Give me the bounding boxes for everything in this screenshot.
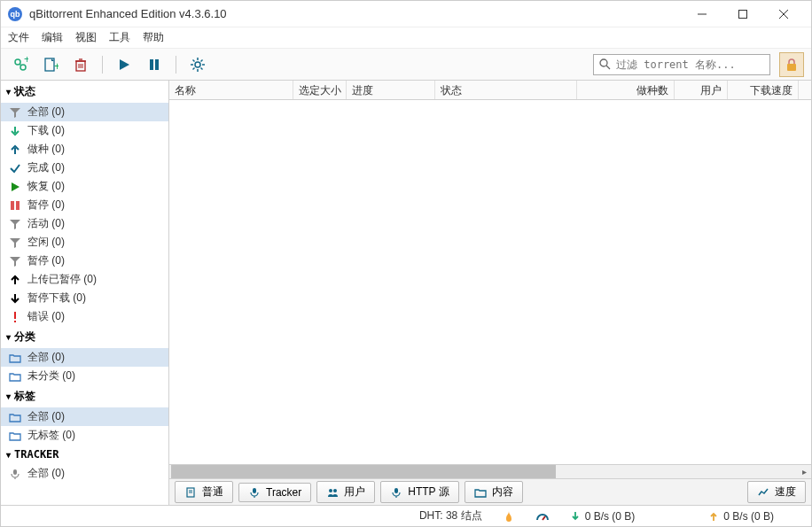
scrollbar-thumb[interactable] xyxy=(171,465,556,478)
svg-rect-33 xyxy=(14,321,16,322)
filter-label: 全部 (0) xyxy=(27,350,65,365)
section-status[interactable]: ▾状态 xyxy=(1,81,168,103)
tab-用户[interactable]: 用户 xyxy=(316,481,375,503)
filter-item[interactable]: 下载 (0) xyxy=(1,121,168,140)
menu-help[interactable]: 帮助 xyxy=(143,30,164,45)
pause-red-icon xyxy=(8,199,22,212)
tab-内容[interactable]: 内容 xyxy=(465,481,523,503)
filter-label: 暂停 (0) xyxy=(27,253,65,268)
titlebar: qb qBittorrent Enhanced Edition v4.3.6.1… xyxy=(1,1,811,27)
settings-button[interactable] xyxy=(185,52,210,77)
filter-label: 恢复 (0) xyxy=(27,179,65,194)
menu-view[interactable]: 视图 xyxy=(75,30,97,45)
chevron-down-icon: ▾ xyxy=(6,87,11,97)
svg-point-27 xyxy=(600,59,607,66)
menu-file[interactable]: 文件 xyxy=(8,30,29,45)
menubar: 文件 编辑 视图 工具 帮助 xyxy=(1,27,811,49)
column-header[interactable]: 选定大小 xyxy=(293,81,347,99)
chart-icon xyxy=(757,486,769,499)
people-icon xyxy=(326,486,339,499)
close-button[interactable] xyxy=(763,1,804,27)
column-header[interactable]: 状态 xyxy=(435,81,577,99)
tab-http 源[interactable]: HTTP 源 xyxy=(380,481,458,503)
down-green-icon xyxy=(8,125,22,137)
search-icon xyxy=(599,58,611,70)
svg-point-39 xyxy=(329,489,332,492)
svg-rect-38 xyxy=(253,488,256,493)
doc-icon xyxy=(184,486,197,499)
firewall-icon[interactable] xyxy=(504,510,514,523)
svg-text:+: + xyxy=(54,60,59,73)
svg-line-6 xyxy=(20,64,21,66)
maximize-button[interactable] xyxy=(722,1,763,27)
filter-item[interactable]: 做种 (0) xyxy=(1,140,168,159)
filter-item[interactable]: 活动 (0) xyxy=(1,214,168,233)
folder-blue-icon xyxy=(8,411,22,423)
pause-button[interactable] xyxy=(142,52,167,77)
tab-普通[interactable]: 普通 xyxy=(175,481,233,503)
filter-item[interactable]: 恢复 (0) xyxy=(1,177,168,196)
menu-edit[interactable]: 编辑 xyxy=(42,30,63,45)
filter-item[interactable]: 暂停 (0) xyxy=(1,196,168,214)
chevron-down-icon: ▾ xyxy=(6,450,11,460)
scroll-right-icon[interactable]: ▸ xyxy=(797,465,811,478)
add-link-button[interactable]: + xyxy=(8,52,33,77)
speed-limit-icon[interactable] xyxy=(535,511,550,522)
download-speed[interactable]: 0 B/s (0 B) xyxy=(571,510,636,523)
filter-item[interactable]: 无标签 (0) xyxy=(1,426,168,445)
dht-status[interactable]: DHT: 38 结点 xyxy=(419,508,482,523)
toolbar-separator xyxy=(176,56,176,74)
filter-item[interactable]: 暂停 (0) xyxy=(1,252,168,270)
filter-item[interactable]: 完成 (0) xyxy=(1,159,168,177)
filter-item[interactable]: 空闲 (0) xyxy=(1,233,168,252)
window-title: qBittorrent Enhanced Edition v4.3.6.10 xyxy=(29,7,682,20)
filter-item[interactable]: 暂停下载 (0) xyxy=(1,289,168,307)
horizontal-scrollbar[interactable]: ▸ xyxy=(169,464,811,478)
statusbar: DHT: 38 结点 0 B/s (0 B) 0 B/s (0 B) xyxy=(1,505,811,526)
delete-button[interactable] xyxy=(68,52,93,77)
filter-label: 未分类 (0) xyxy=(27,368,75,384)
tab-tracker[interactable]: Tracker xyxy=(238,483,311,502)
menu-tools[interactable]: 工具 xyxy=(109,30,130,45)
svg-text:+: + xyxy=(24,57,28,66)
tab-speed[interactable]: 速度 xyxy=(747,481,806,503)
add-file-button[interactable]: + xyxy=(38,52,63,77)
filter-item[interactable]: 全部 (0) xyxy=(1,103,168,121)
folder-blue-icon xyxy=(8,430,22,442)
filter-item[interactable]: 全部 (0) xyxy=(1,348,168,367)
svg-line-25 xyxy=(201,59,203,61)
chevron-down-icon: ▾ xyxy=(6,391,11,401)
arrow-down-black-icon xyxy=(8,292,22,305)
resume-button[interactable] xyxy=(112,52,137,77)
filter-gray-icon xyxy=(8,218,22,230)
svg-point-18 xyxy=(195,62,200,67)
search-input[interactable] xyxy=(616,58,764,71)
content-area: 名称选定大小进度状态做种数用户下载速度 ▸ 普通Tracker用户HTTP 源内… xyxy=(169,81,811,505)
svg-rect-29 xyxy=(787,64,796,71)
lock-button[interactable] xyxy=(779,52,804,77)
mic-gray-icon xyxy=(8,468,22,480)
column-header[interactable]: 用户 xyxy=(675,81,728,99)
column-header[interactable]: 名称 xyxy=(169,81,293,99)
check-blue-icon xyxy=(8,162,22,174)
filter-item[interactable]: 错误 (0) xyxy=(1,307,168,326)
upload-speed[interactable]: 0 B/s (0 B) xyxy=(709,510,774,523)
column-header[interactable]: 做种数 xyxy=(577,81,675,99)
filter-label: 空闲 (0) xyxy=(27,235,65,250)
search-box[interactable] xyxy=(593,54,770,75)
filter-item[interactable]: 上传已暂停 (0) xyxy=(1,270,168,289)
section-tracker[interactable]: ▾TRACKER xyxy=(1,445,168,464)
filter-item[interactable]: 全部 (0) xyxy=(1,407,168,426)
section-category[interactable]: ▾分类 xyxy=(1,326,168,348)
table-body[interactable] xyxy=(169,100,811,464)
svg-rect-32 xyxy=(14,312,16,319)
up-blue-icon xyxy=(8,143,22,156)
section-tag[interactable]: ▾标签 xyxy=(1,385,168,407)
filter-gray-icon xyxy=(8,236,22,249)
filter-item[interactable]: 未分类 (0) xyxy=(1,367,168,385)
column-header[interactable]: 下载速度 xyxy=(728,81,799,99)
minimize-button[interactable] xyxy=(682,1,722,27)
filter-item[interactable]: 全部 (0) xyxy=(1,464,168,483)
filter-label: 下载 (0) xyxy=(27,123,65,138)
column-header[interactable]: 进度 xyxy=(347,81,435,99)
